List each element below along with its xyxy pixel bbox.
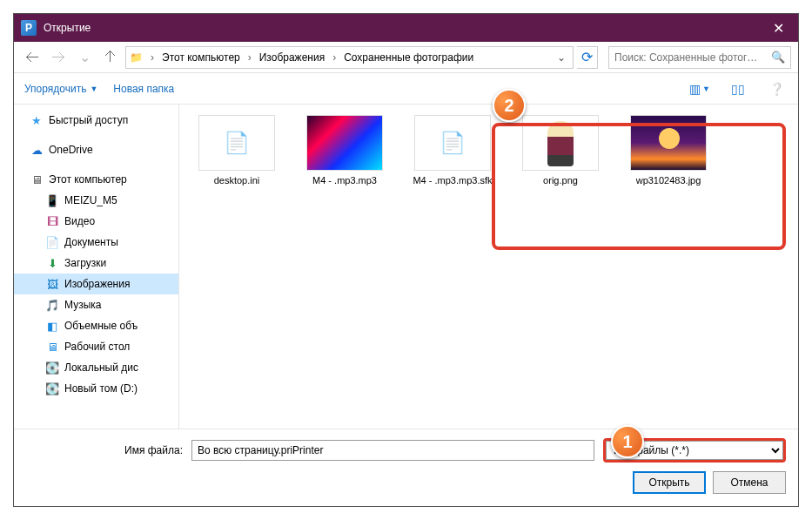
body: ★Быстрый доступ ☁OneDrive 🖥Этот компьюте…: [14, 105, 798, 429]
sidebar-onedrive[interactable]: ☁OneDrive: [14, 139, 178, 160]
open-dialog: P Открытие ✕ 🡠 🡢 ⌄ 🡡 📁 › Этот компьютер …: [13, 13, 799, 507]
sidebar-item-downloads[interactable]: ⬇Загрузки: [14, 253, 178, 274]
chevron-right-icon: ›: [245, 51, 254, 64]
sidebar-item-desktop[interactable]: 🖥Рабочий стол: [14, 336, 178, 357]
organize-menu[interactable]: Упорядочить ▼: [24, 83, 97, 95]
download-icon: ⬇: [45, 256, 59, 270]
breadcrumb[interactable]: 📁 › Этот компьютер › Изображения › Сохра…: [125, 46, 574, 69]
sidebar-quick-access[interactable]: ★Быстрый доступ: [14, 110, 178, 131]
annotation-badge-1: 1: [611, 425, 644, 458]
filename-input[interactable]: [191, 440, 594, 461]
sidebar-this-pc[interactable]: 🖥Этот компьютер: [14, 169, 178, 190]
file-name: M4 - .mp3.mp3.sfk: [413, 174, 492, 186]
disk-icon: 💽: [45, 382, 59, 395]
pictures-icon: 🖼: [45, 277, 59, 291]
video-icon: 🎞: [45, 214, 59, 228]
organize-label: Упорядочить: [24, 83, 86, 95]
file-thumbnail: 📄: [414, 115, 491, 171]
phone-icon: 📱: [45, 193, 59, 207]
sidebar-item-pictures[interactable]: 🖼Изображения: [14, 274, 178, 294]
breadcrumb-item[interactable]: Этот компьютер: [158, 50, 244, 65]
new-folder-button[interactable]: Новая папка: [113, 83, 174, 95]
sidebar-item-3d[interactable]: ◧Объемные объ: [14, 315, 178, 336]
file-item[interactable]: 📄 M4 - .mp3.mp3.sfk: [411, 115, 494, 186]
chevron-down-icon: ▼: [90, 84, 97, 93]
sidebar-item-device[interactable]: 📱MEIZU_M5: [14, 190, 178, 211]
refresh-button[interactable]: ⟳: [577, 46, 598, 69]
titlebar: P Открытие ✕: [14, 14, 798, 42]
desktop-icon: 🖥: [45, 340, 59, 354]
search-input[interactable]: [614, 51, 771, 64]
file-item[interactable]: M4 - .mp3.mp3: [303, 115, 386, 186]
breadcrumb-item[interactable]: Изображения: [256, 50, 328, 65]
annotation-badge-2: 2: [493, 89, 526, 122]
sidebar-item-videos[interactable]: 🎞Видео: [14, 211, 178, 232]
file-thumbnail: [522, 115, 599, 171]
chevron-right-icon: ›: [330, 51, 339, 64]
view-menu[interactable]: ▥ ▼: [688, 78, 711, 100]
file-item[interactable]: wp3102483.jpg: [627, 115, 710, 186]
file-item[interactable]: orig.png: [519, 115, 602, 186]
window-title: Открытие: [44, 22, 758, 34]
cube-icon: ◧: [45, 319, 59, 333]
app-icon: P: [21, 20, 37, 36]
footer: Имя файла: Все файлы (*.*) Открыть Отмен…: [14, 429, 798, 506]
breadcrumb-item[interactable]: Сохраненные фотографии: [340, 50, 477, 65]
file-item[interactable]: 📄 desktop.ini: [195, 115, 278, 186]
file-name: wp3102483.jpg: [636, 174, 701, 186]
close-button[interactable]: ✕: [758, 14, 798, 42]
pc-icon: 🖥: [30, 172, 44, 186]
breadcrumb-dropdown[interactable]: ⌄: [554, 51, 569, 64]
sidebar-item-local-disk[interactable]: 💽Локальный дис: [14, 357, 178, 378]
file-name: M4 - .mp3.mp3: [312, 174, 377, 186]
sidebar-item-documents[interactable]: 📄Документы: [14, 232, 178, 253]
file-thumbnail: [306, 115, 383, 171]
folder-icon: 📁: [130, 51, 143, 64]
help-button[interactable]: ❔: [765, 78, 788, 100]
forward-button[interactable]: 🡢: [47, 46, 70, 69]
preview-pane-button[interactable]: ▯▯: [727, 78, 749, 100]
music-icon: 🎵: [45, 298, 59, 312]
back-button[interactable]: 🡠: [21, 46, 44, 69]
sidebar: ★Быстрый доступ ☁OneDrive 🖥Этот компьюте…: [14, 105, 179, 429]
cancel-button[interactable]: Отмена: [713, 471, 786, 494]
search-box[interactable]: 🔍: [608, 46, 791, 69]
file-name: orig.png: [543, 174, 578, 186]
navbar: 🡠 🡢 ⌄ 🡡 📁 › Этот компьютер › Изображения…: [14, 42, 798, 73]
chevron-right-icon: ›: [148, 51, 157, 64]
file-thumbnail: 📄: [198, 115, 275, 171]
file-name: desktop.ini: [214, 174, 260, 186]
disk-icon: 💽: [45, 361, 59, 375]
sidebar-item-volume-d[interactable]: 💽Новый том (D:): [14, 378, 178, 399]
cloud-icon: ☁: [30, 143, 44, 157]
search-icon: 🔍: [771, 51, 785, 64]
toolbar: Упорядочить ▼ Новая папка ▥ ▼ ▯▯ ❔: [14, 73, 798, 105]
filename-label: Имя файла:: [26, 444, 183, 456]
star-icon: ★: [30, 113, 44, 127]
document-icon: 📄: [45, 235, 59, 249]
file-thumbnail: [630, 115, 707, 171]
open-button[interactable]: Открыть: [633, 471, 706, 494]
new-folder-label: Новая папка: [113, 83, 174, 95]
recent-dropdown[interactable]: ⌄: [73, 46, 96, 69]
file-list: 📄 desktop.ini M4 - .mp3.mp3 📄 M4 - .mp3.…: [179, 105, 798, 429]
sidebar-item-music[interactable]: 🎵Музыка: [14, 294, 178, 315]
up-button[interactable]: 🡡: [99, 46, 122, 69]
